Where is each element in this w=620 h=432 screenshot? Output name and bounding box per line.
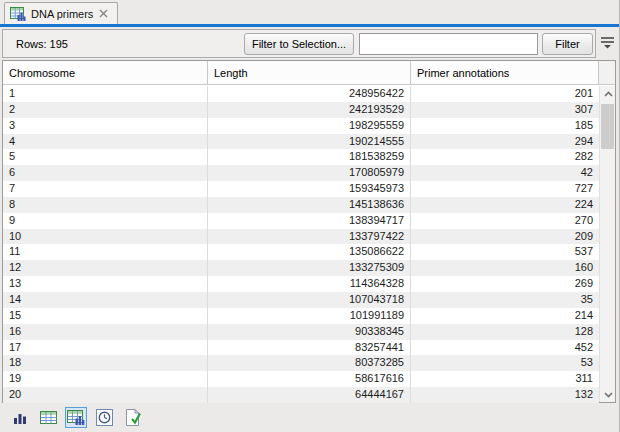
table-row[interactable]: 188037328553 [3, 355, 599, 371]
cell-annotations: 727 [411, 181, 599, 197]
cell-length: 135086622 [208, 244, 411, 260]
cell-chromosome: 9 [3, 213, 208, 229]
cell-chromosome: 15 [3, 308, 208, 324]
table-row[interactable]: 9138394717270 [3, 213, 599, 229]
cell-length: 114364328 [208, 276, 411, 292]
table-row[interactable]: 5181538259282 [3, 149, 599, 165]
clock-icon [96, 409, 113, 426]
cell-chromosome: 3 [3, 118, 208, 134]
row-count-label: Rows: 195 [16, 38, 68, 50]
table-icon [40, 411, 57, 424]
cell-chromosome: 13 [3, 276, 208, 292]
cell-chromosome: 6 [3, 165, 208, 181]
cell-chromosome: 4 [3, 134, 208, 150]
filter-button[interactable]: Filter [542, 33, 593, 55]
column-header-primer-annotations[interactable]: Primer annotations [411, 61, 599, 84]
cell-length: 58617616 [208, 371, 411, 387]
element-info-view-button[interactable] [121, 407, 143, 428]
cell-chromosome: 19 [3, 371, 208, 387]
cell-annotations: 537 [411, 244, 599, 260]
cell-length: 242193529 [208, 102, 411, 118]
cell-annotations: 201 [411, 86, 599, 102]
tab-bar: DNA primers [0, 0, 620, 24]
cell-length: 133797422 [208, 229, 411, 245]
cell-annotations: 42 [411, 165, 599, 181]
cell-length: 190214555 [208, 134, 411, 150]
table-row[interactable]: 13114364328269 [3, 276, 599, 292]
cell-annotations: 160 [411, 260, 599, 276]
cell-chromosome: 2 [3, 102, 208, 118]
scroll-up-icon[interactable] [600, 86, 616, 101]
cell-annotations: 185 [411, 118, 599, 134]
table-row[interactable]: 7159345973727 [3, 181, 599, 197]
cell-length: 64444167 [208, 387, 411, 403]
window: { "tab": { "title": "DNA primers", "clos… [0, 0, 620, 432]
cell-annotations: 35 [411, 292, 599, 308]
table-row[interactable]: 4190214555294 [3, 134, 599, 150]
cell-length: 101991189 [208, 308, 411, 324]
cell-chromosome: 17 [3, 340, 208, 356]
cell-chromosome: 10 [3, 229, 208, 245]
view-mode-bar [0, 403, 620, 432]
cell-annotations: 311 [411, 371, 599, 387]
table-row[interactable]: 1410704371835 [3, 292, 599, 308]
filter-options-icon[interactable] [599, 33, 616, 51]
scrollbar-thumb[interactable] [601, 104, 614, 149]
vertical-scrollbar[interactable] [599, 86, 615, 402]
table-row[interactable]: 8145138636224 [3, 197, 599, 213]
cell-annotations: 132 [411, 387, 599, 403]
column-header-length[interactable]: Length [208, 61, 411, 84]
cell-chromosome: 1 [3, 86, 208, 102]
cell-length: 198295559 [208, 118, 411, 134]
cell-length: 170805979 [208, 165, 411, 181]
table-row[interactable]: 2242193529307 [3, 102, 599, 118]
table-header-row: Chromosome Length Primer annotations [3, 61, 615, 85]
tab-title: DNA primers [31, 8, 93, 20]
chart-view-button[interactable] [9, 407, 31, 428]
cell-chromosome: 14 [3, 292, 208, 308]
filter-to-selection-button[interactable]: Filter to Selection... [244, 33, 354, 55]
cell-length: 107043718 [208, 292, 411, 308]
cell-length: 80373285 [208, 355, 411, 371]
table-row[interactable]: 15101991189214 [3, 308, 599, 324]
cell-chromosome: 11 [3, 244, 208, 260]
table-row[interactable]: 1690338345128 [3, 324, 599, 340]
table-row[interactable]: 12133275309160 [3, 260, 599, 276]
table-row[interactable]: 10133797422209 [3, 229, 599, 245]
tab-dna-primers[interactable]: DNA primers [4, 2, 118, 24]
cell-annotations: 307 [411, 102, 599, 118]
table-row[interactable]: 617080597942 [3, 165, 599, 181]
cell-annotations: 282 [411, 149, 599, 165]
cell-chromosome: 20 [3, 387, 208, 403]
tab-close-icon[interactable] [98, 9, 109, 18]
scroll-down-icon[interactable] [600, 387, 616, 402]
history-view-button[interactable] [93, 407, 115, 428]
filter-input[interactable] [359, 33, 538, 55]
table-row[interactable]: 11135086622537 [3, 244, 599, 260]
cell-annotations: 269 [411, 276, 599, 292]
cell-length: 181538259 [208, 149, 411, 165]
cell-chromosome: 7 [3, 181, 208, 197]
table-row[interactable]: 1958617616311 [3, 371, 599, 387]
cell-length: 159345973 [208, 181, 411, 197]
cell-length: 138394717 [208, 213, 411, 229]
cell-length: 133275309 [208, 260, 411, 276]
cell-chromosome: 8 [3, 197, 208, 213]
table-row[interactable]: 1783257441452 [3, 340, 599, 356]
table-row[interactable]: 2064444167132 [3, 387, 599, 403]
cell-annotations: 209 [411, 229, 599, 245]
active-view-accent-line [0, 24, 620, 27]
dna-primers-table: Chromosome Length Primer annotations 124… [2, 60, 616, 403]
cell-annotations: 53 [411, 355, 599, 371]
cell-annotations: 224 [411, 197, 599, 213]
table-row[interactable]: 1248956422201 [3, 86, 599, 102]
cell-chromosome: 5 [3, 149, 208, 165]
table-row[interactable]: 3198295559185 [3, 118, 599, 134]
bar-chart-icon [14, 412, 27, 424]
table-chart-icon [67, 410, 85, 425]
table-chart-view-button[interactable] [65, 407, 87, 428]
table-view-button[interactable] [37, 407, 59, 428]
table-toolbar: Rows: 195 Filter to Selection... Filter [2, 29, 596, 58]
column-header-chromosome[interactable]: Chromosome [3, 61, 208, 84]
cell-annotations: 270 [411, 213, 599, 229]
